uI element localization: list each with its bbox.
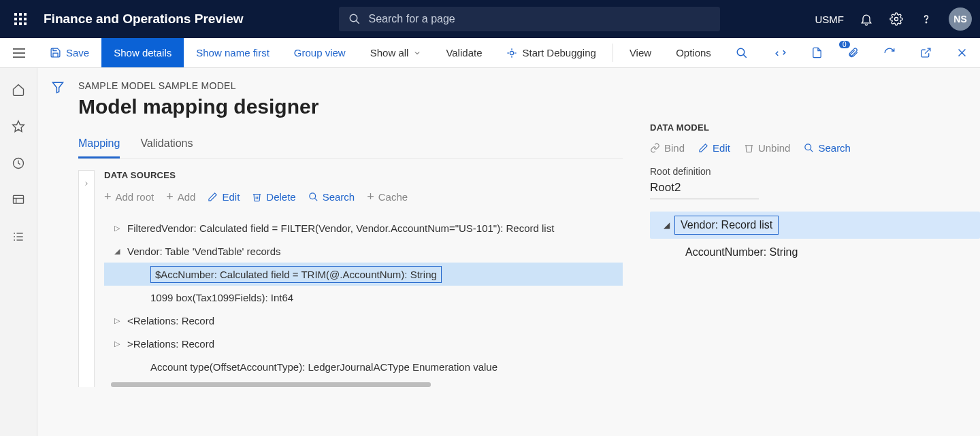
search-icon <box>804 143 814 153</box>
filter-icon[interactable] <box>51 80 65 436</box>
show-details-button[interactable]: Show details <box>101 38 184 67</box>
unbind-button[interactable]: Unbind <box>744 142 791 154</box>
home-icon[interactable] <box>10 82 27 98</box>
svg-line-1 <box>356 20 359 24</box>
svg-point-31 <box>805 144 811 150</box>
dm-search-button[interactable]: Search <box>804 142 851 154</box>
search-icon <box>308 192 318 202</box>
modules-icon[interactable] <box>10 229 27 245</box>
company-label[interactable]: USMF <box>815 14 845 25</box>
save-label: Save <box>66 47 89 58</box>
search-placeholder: Search for a page <box>369 13 455 25</box>
cmd-search-button[interactable] <box>723 38 760 67</box>
refresh-icon[interactable] <box>871 38 908 67</box>
connector-icon[interactable] <box>762 38 799 67</box>
tree-row[interactable]: ▷<Relations: Record <box>104 309 623 332</box>
caret-right-icon[interactable]: ▷ <box>111 224 123 233</box>
svg-point-0 <box>350 14 357 22</box>
debug-icon <box>506 48 517 58</box>
clock-icon[interactable] <box>10 155 27 171</box>
group-view-button[interactable]: Group view <box>282 38 358 67</box>
workspace-icon[interactable] <box>10 192 27 208</box>
dm-tree-row-selected[interactable]: ◢ Vendor: Record list <box>650 212 980 239</box>
tree-row[interactable]: ▷>Relations: Record <box>104 332 623 355</box>
caret-down-icon[interactable]: ◢ <box>111 247 123 256</box>
add-root-button[interactable]: +Add root <box>104 190 154 204</box>
svg-point-12 <box>737 48 745 56</box>
root-definition-label: Root definition <box>650 166 980 177</box>
view-button[interactable]: View <box>617 38 664 67</box>
datasource-types-strip[interactable] <box>78 170 95 387</box>
help-icon[interactable] <box>919 12 934 27</box>
app-launcher-icon[interactable] <box>8 7 33 31</box>
validate-button[interactable]: Validate <box>434 38 494 67</box>
svg-line-32 <box>811 149 813 152</box>
save-button[interactable]: Save <box>37 38 101 67</box>
tree-row-selected[interactable]: $AccNumber: Calculated field = TRIM(@.Ac… <box>104 263 623 286</box>
caret-right-icon[interactable]: ▷ <box>111 339 123 348</box>
chevron-down-icon <box>413 49 421 57</box>
svg-point-7 <box>510 51 514 54</box>
show-all-label: Show all <box>370 47 409 58</box>
options-button[interactable]: Options <box>664 38 723 67</box>
trash-icon <box>252 192 262 202</box>
avatar[interactable]: NS <box>949 7 972 31</box>
bell-icon[interactable] <box>859 12 874 27</box>
close-icon[interactable] <box>944 38 980 67</box>
gear-icon[interactable] <box>889 12 904 27</box>
svg-marker-28 <box>53 82 63 93</box>
caret-right-icon[interactable]: ▷ <box>111 316 123 325</box>
page-title: Model mapping designer <box>78 95 623 118</box>
delete-button[interactable]: Delete <box>252 191 295 203</box>
hamburger-icon[interactable] <box>12 48 26 58</box>
save-icon <box>50 47 61 58</box>
svg-point-3 <box>926 22 926 22</box>
trash-icon <box>744 143 754 153</box>
tab-validations[interactable]: Validations <box>140 137 193 158</box>
attach-badge: 0 <box>839 41 850 48</box>
app-title: Finance and Operations Preview <box>44 12 244 27</box>
root-definition-value[interactable]: Root2 <box>650 181 759 199</box>
add-button[interactable]: +Add <box>166 190 195 204</box>
svg-point-29 <box>310 193 316 199</box>
svg-rect-19 <box>14 195 24 203</box>
edit-button[interactable]: Edit <box>208 191 240 203</box>
datasources-title: DATA SOURCES <box>104 170 623 180</box>
attach-icon[interactable]: 0 <box>835 38 871 67</box>
svg-point-2 <box>895 18 898 21</box>
tree-row[interactable]: ▷FilteredVendor: Calculated field = FILT… <box>104 216 623 239</box>
show-name-first-button[interactable]: Show name first <box>184 38 282 67</box>
global-search[interactable]: Search for a page <box>339 7 720 31</box>
breadcrumb: SAMPLE MODEL SAMPLE MODEL <box>78 80 623 91</box>
search-icon <box>348 13 361 25</box>
svg-marker-17 <box>13 121 24 132</box>
dm-edit-button[interactable]: Edit <box>698 142 730 154</box>
tree-row[interactable]: 1099 box(Tax1099Fields): Int64 <box>104 286 623 309</box>
popout-icon[interactable] <box>908 38 944 67</box>
tree-row[interactable]: ◢Vendor: Table 'VendTable' records <box>104 239 623 263</box>
chevron-right-icon <box>83 180 90 187</box>
svg-line-14 <box>925 48 930 54</box>
svg-line-13 <box>743 54 747 58</box>
bind-button[interactable]: Bind <box>650 142 685 154</box>
dm-tree-row[interactable]: AccountNumber: String <box>650 239 980 266</box>
svg-line-30 <box>314 198 317 201</box>
tree-row[interactable]: Account type(OffsetAccountType): LedgerJ… <box>104 355 623 378</box>
show-all-button[interactable]: Show all <box>358 38 434 67</box>
search-icon <box>736 47 748 59</box>
datamodel-title: DATA MODEL <box>650 122 980 133</box>
caret-down-icon[interactable]: ◢ <box>658 220 674 230</box>
document-icon[interactable] <box>799 38 835 67</box>
ds-search-button[interactable]: Search <box>308 191 355 203</box>
star-icon[interactable] <box>10 118 27 135</box>
navigation-rail <box>0 68 37 436</box>
start-debugging-button[interactable]: Start Debugging <box>494 38 608 67</box>
start-debugging-label: Start Debugging <box>522 47 595 58</box>
tab-mapping[interactable]: Mapping <box>78 137 120 158</box>
cache-button[interactable]: +Cache <box>367 190 408 204</box>
link-icon <box>650 143 660 153</box>
pencil-icon <box>698 143 708 153</box>
pencil-icon <box>208 192 218 202</box>
horizontal-scrollbar[interactable] <box>111 382 431 387</box>
